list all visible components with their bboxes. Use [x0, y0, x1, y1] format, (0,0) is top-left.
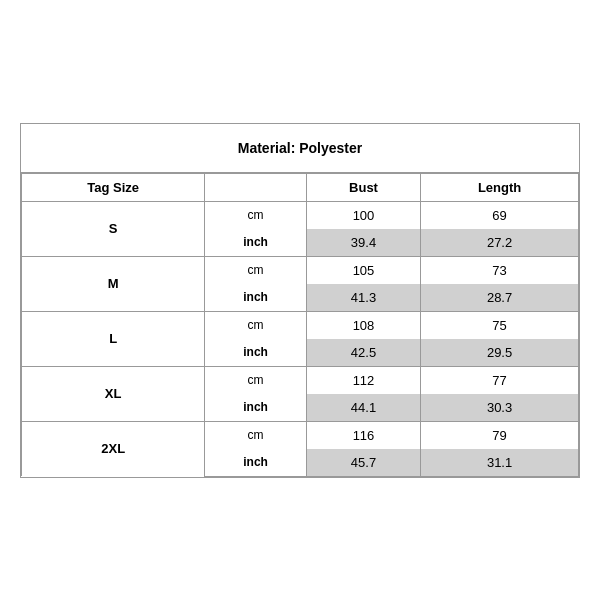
- header-unit-col: [205, 173, 307, 201]
- tag-size-cell: 2XL: [22, 421, 205, 476]
- header-bust: Bust: [306, 173, 420, 201]
- unit-cell-inch: inch: [205, 229, 307, 257]
- length-cm-value: 77: [421, 366, 579, 394]
- length-inch-value: 30.3: [421, 394, 579, 422]
- length-cm-value: 69: [421, 201, 579, 229]
- length-cm-value: 73: [421, 256, 579, 284]
- length-inch-value: 29.5: [421, 339, 579, 367]
- header-tag-size: Tag Size: [22, 173, 205, 201]
- bust-cm-value: 105: [306, 256, 420, 284]
- tag-size-cell: S: [22, 201, 205, 256]
- tag-size-cell: M: [22, 256, 205, 311]
- table-row: Mcm10573: [22, 256, 579, 284]
- bust-cm-value: 116: [306, 421, 420, 449]
- bust-cm-value: 112: [306, 366, 420, 394]
- bust-inch-value: 39.4: [306, 229, 420, 257]
- unit-cell-cm: cm: [205, 421, 307, 449]
- bust-cm-value: 100: [306, 201, 420, 229]
- unit-cell-inch: inch: [205, 284, 307, 312]
- length-inch-value: 27.2: [421, 229, 579, 257]
- size-table: Tag Size Bust Length Scm10069inch39.427.…: [21, 173, 579, 477]
- table-row: XLcm11277: [22, 366, 579, 394]
- length-cm-value: 79: [421, 421, 579, 449]
- length-inch-value: 28.7: [421, 284, 579, 312]
- length-cm-value: 75: [421, 311, 579, 339]
- unit-cell-inch: inch: [205, 394, 307, 422]
- chart-title: Material: Polyester: [21, 124, 579, 173]
- table-row: Lcm10875: [22, 311, 579, 339]
- unit-cell-cm: cm: [205, 201, 307, 229]
- unit-cell-inch: inch: [205, 449, 307, 477]
- size-chart-container: Material: Polyester Tag Size Bust Length…: [20, 123, 580, 478]
- unit-cell-cm: cm: [205, 366, 307, 394]
- tag-size-cell: XL: [22, 366, 205, 421]
- table-row: 2XLcm11679: [22, 421, 579, 449]
- unit-cell-cm: cm: [205, 311, 307, 339]
- tag-size-cell: L: [22, 311, 205, 366]
- unit-cell-inch: inch: [205, 339, 307, 367]
- header-length: Length: [421, 173, 579, 201]
- bust-inch-value: 44.1: [306, 394, 420, 422]
- table-row: Scm10069: [22, 201, 579, 229]
- bust-inch-value: 41.3: [306, 284, 420, 312]
- unit-cell-cm: cm: [205, 256, 307, 284]
- table-header-row: Tag Size Bust Length: [22, 173, 579, 201]
- length-inch-value: 31.1: [421, 449, 579, 477]
- bust-cm-value: 108: [306, 311, 420, 339]
- bust-inch-value: 42.5: [306, 339, 420, 367]
- bust-inch-value: 45.7: [306, 449, 420, 477]
